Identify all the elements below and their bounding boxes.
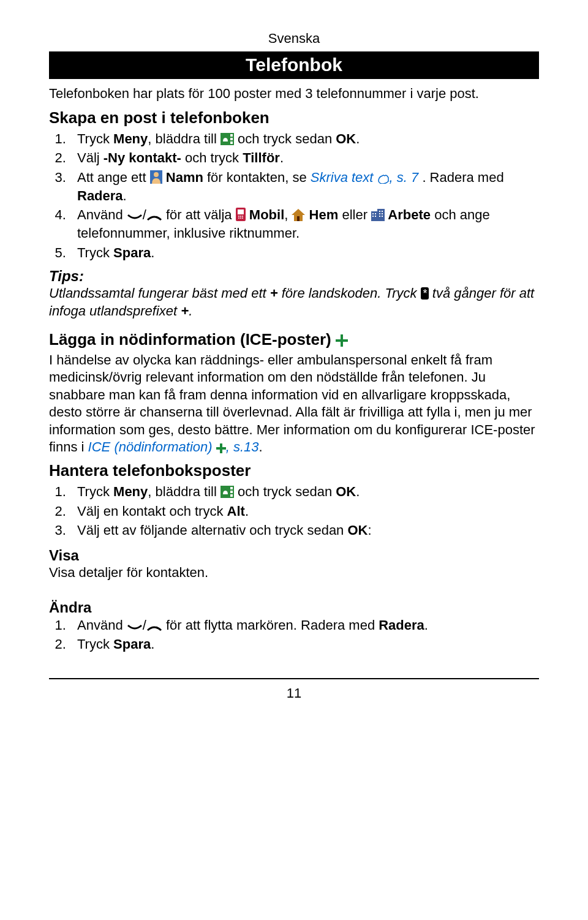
andra-heading: Ändra xyxy=(49,599,539,616)
list-item: Tryck Meny, bläddra till och tryck sedan… xyxy=(70,483,539,501)
svg-rect-23 xyxy=(379,213,380,214)
down-arrow-icon xyxy=(127,214,143,221)
svg-point-9 xyxy=(240,216,241,217)
list-item: Välj en kontakt och tryck Alt. xyxy=(70,502,539,521)
svg-rect-20 xyxy=(375,216,376,217)
list-item: Att ange ett Namn för kontakten, se Skri… xyxy=(70,168,539,205)
list-item: Tryck Meny, bläddra till och tryck sedan… xyxy=(70,130,539,148)
list-item: Använd / för att välja Mobil, Hem eller … xyxy=(70,206,539,242)
svg-rect-14 xyxy=(297,216,300,221)
svg-point-11 xyxy=(238,217,239,219)
svg-rect-2 xyxy=(230,138,233,140)
link-skriva-text[interactable]: Skriva text , s. 7 xyxy=(311,170,419,185)
svg-rect-3 xyxy=(230,141,233,144)
section-create-heading: Skapa en post i telefonboken xyxy=(49,108,539,127)
office-icon xyxy=(371,209,385,221)
svg-rect-28 xyxy=(230,487,233,489)
hand-icon xyxy=(377,174,390,184)
manual-page: Svenska Telefonbok Telefonboken har plat… xyxy=(0,0,588,726)
list-item: Tryck Spara. xyxy=(70,635,539,654)
plus-icon xyxy=(336,334,348,347)
visa-body: Visa detaljer för kontakten. xyxy=(49,564,539,582)
steps-create: Tryck Meny, bläddra till och tryck sedan… xyxy=(49,130,539,262)
tips-heading: Tips: xyxy=(49,268,539,285)
svg-rect-1 xyxy=(230,134,233,137)
phonebook-icon xyxy=(221,486,234,498)
svg-rect-30 xyxy=(230,494,233,497)
svg-rect-19 xyxy=(372,216,374,217)
language-header: Svenska xyxy=(49,31,539,47)
svg-point-10 xyxy=(242,216,243,217)
svg-rect-29 xyxy=(230,491,233,493)
svg-rect-15 xyxy=(371,211,377,221)
list-item: Välj -Ny kontakt- och tryck Tillför. xyxy=(70,149,539,167)
down-arrow-icon xyxy=(127,624,143,632)
list-item: Välj ett av följande alternativ och tryc… xyxy=(70,521,539,540)
person-icon xyxy=(150,170,162,184)
steps-manage: Tryck Meny, bläddra till och tryck sedan… xyxy=(49,483,539,540)
svg-rect-26 xyxy=(382,216,383,217)
home-icon xyxy=(292,209,305,221)
svg-rect-18 xyxy=(375,213,376,214)
svg-rect-17 xyxy=(372,213,374,214)
asterisk-key-icon: * xyxy=(421,287,429,300)
section-manage-heading: Hantera telefonboksposter xyxy=(49,461,539,480)
svg-rect-24 xyxy=(382,213,383,214)
up-arrow-icon xyxy=(146,214,162,221)
svg-point-13 xyxy=(242,217,243,219)
phonebook-icon xyxy=(221,133,234,145)
visa-heading: Visa xyxy=(49,547,539,564)
svg-rect-22 xyxy=(382,211,383,212)
mobile-icon xyxy=(236,208,246,221)
page-number: 11 xyxy=(49,685,539,701)
svg-rect-21 xyxy=(379,211,380,212)
list-item: Tryck Spara. xyxy=(70,244,539,262)
svg-rect-25 xyxy=(379,216,380,217)
intro-text: Telefonboken har plats för 100 poster me… xyxy=(49,85,539,102)
page-title: Telefonbok xyxy=(49,51,539,79)
svg-point-8 xyxy=(238,216,239,217)
link-ice-info[interactable]: ICE (nödinformation) , s.13 xyxy=(88,439,259,454)
up-arrow-icon xyxy=(146,624,162,632)
plus-icon xyxy=(216,443,226,453)
list-item: Använd / för att flytta markören. Radera… xyxy=(70,616,539,635)
svg-point-5 xyxy=(154,172,159,177)
section-ice-body: I händelse av olycka kan räddnings- elle… xyxy=(49,352,539,457)
footer-rule xyxy=(49,678,539,679)
section-ice-heading: Lägga in nödinformation (ICE-poster) xyxy=(49,330,539,349)
svg-rect-7 xyxy=(238,209,244,214)
svg-rect-16 xyxy=(377,209,385,221)
steps-edit: Använd / för att flytta markören. Radera… xyxy=(49,616,539,654)
svg-point-12 xyxy=(240,217,241,219)
tips-body: Utlandssamtal fungerar bäst med ett + fö… xyxy=(49,285,539,320)
